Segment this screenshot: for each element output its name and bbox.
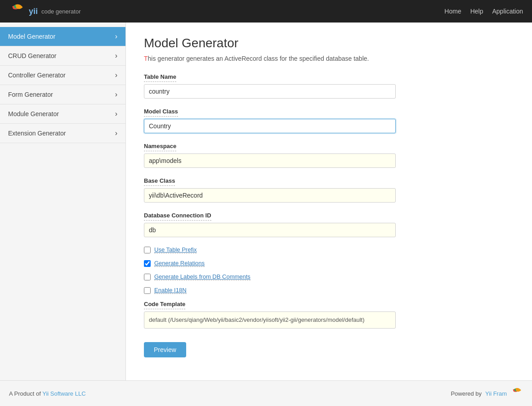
sidebar-item-form-generator[interactable]: Form Generator › xyxy=(0,85,125,104)
sidebar-item-extension-generator[interactable]: Extension Generator › xyxy=(0,124,125,143)
namespace-input[interactable] xyxy=(144,153,396,168)
generate-labels-group: Generate Labels from DB Comments xyxy=(144,273,514,280)
enable-i18n-label[interactable]: Enable I18N xyxy=(154,287,187,294)
db-connection-input[interactable] xyxy=(144,223,396,237)
sidebar-item-controller-generator[interactable]: Controller Generator › xyxy=(0,66,125,85)
sidebar: Model Generator › CRUD Generator › Contr… xyxy=(0,23,126,380)
nav-application[interactable]: Application xyxy=(492,8,523,15)
preview-button[interactable]: Preview xyxy=(144,342,186,357)
nav-links: Home Help Application xyxy=(444,8,523,15)
base-class-input[interactable] xyxy=(144,188,396,203)
sidebar-item-module-generator[interactable]: Module Generator › xyxy=(0,104,125,124)
chevron-right-icon: › xyxy=(115,52,117,60)
code-template-group: Code Template default (/Users/qiang/Web/… xyxy=(144,300,514,329)
model-class-group: Model Class xyxy=(144,108,514,133)
footer-left: A Product of Yii Software LLC xyxy=(9,390,86,397)
main-content: Model Generator This generator generates… xyxy=(126,23,532,380)
footer-right: Powered by Yii Fram xyxy=(451,387,523,400)
use-table-prefix-checkbox[interactable] xyxy=(144,247,151,253)
code-template-value: default (/Users/qiang/Web/yii/basic2/ven… xyxy=(144,311,396,329)
sidebar-item-model-generator[interactable]: Model Generator › xyxy=(0,27,125,46)
namespace-label: Namespace xyxy=(144,143,176,151)
yii-logo-icon xyxy=(9,3,25,19)
page-title: Model Generator xyxy=(144,36,514,50)
generate-relations-label[interactable]: Generate Relations xyxy=(154,260,205,267)
footer-right-link[interactable]: Yii Fram xyxy=(485,390,507,397)
db-connection-group: Database Connection ID xyxy=(144,212,514,237)
footer-yii-logo-icon xyxy=(510,387,523,400)
chevron-right-icon: › xyxy=(115,71,117,79)
footer: A Product of Yii Software LLC Powered by… xyxy=(0,380,532,406)
base-class-group: Base Class xyxy=(144,177,514,203)
footer-right-text: Powered by xyxy=(451,390,482,397)
navbar: yii code generator Home Help Application xyxy=(0,0,532,23)
model-class-label: Model Class xyxy=(144,108,178,117)
desc-rest: his generator generates an ActiveRecord … xyxy=(148,55,369,62)
use-table-prefix-group: Use Table Prefix xyxy=(144,246,514,253)
sidebar-item-label: Form Generator xyxy=(8,91,53,98)
sidebar-item-crud-generator[interactable]: CRUD Generator › xyxy=(0,46,125,66)
footer-left-link[interactable]: Yii Software LLC xyxy=(42,390,85,397)
sidebar-item-label: Controller Generator xyxy=(8,72,66,79)
chevron-right-icon: › xyxy=(115,110,117,118)
sidebar-item-label: Model Generator xyxy=(8,33,55,40)
code-template-label: Code Template xyxy=(144,301,185,309)
enable-i18n-checkbox[interactable] xyxy=(144,287,151,294)
brand-yii-text: yii xyxy=(29,7,38,16)
enable-i18n-group: Enable I18N xyxy=(144,287,514,294)
table-name-input[interactable] xyxy=(144,84,396,99)
generate-labels-label[interactable]: Generate Labels from DB Comments xyxy=(154,273,250,280)
chevron-right-icon: › xyxy=(115,32,117,41)
generate-relations-group: Generate Relations xyxy=(144,260,514,267)
main-wrapper: Model Generator › CRUD Generator › Contr… xyxy=(0,23,532,380)
chevron-right-icon: › xyxy=(115,90,117,99)
brand: yii code generator xyxy=(9,3,80,19)
brand-subtitle: code generator xyxy=(41,8,80,15)
db-connection-label: Database Connection ID xyxy=(144,212,211,221)
footer-left-text: A Product of xyxy=(9,390,42,397)
chevron-right-icon: › xyxy=(115,129,117,137)
sidebar-item-label: Extension Generator xyxy=(8,130,66,137)
sidebar-item-label: CRUD Generator xyxy=(8,52,56,59)
generate-labels-checkbox[interactable] xyxy=(144,274,151,280)
base-class-label: Base Class xyxy=(144,177,175,186)
nav-home[interactable]: Home xyxy=(444,8,461,15)
page-description: This generator generates an ActiveRecord… xyxy=(144,55,514,62)
nav-help[interactable]: Help xyxy=(470,8,483,15)
namespace-group: Namespace xyxy=(144,142,514,168)
use-table-prefix-label[interactable]: Use Table Prefix xyxy=(154,246,197,253)
sidebar-item-label: Module Generator xyxy=(8,110,59,117)
table-name-group: Table Name xyxy=(144,73,514,99)
model-class-input[interactable] xyxy=(144,119,396,133)
desc-highlight: T xyxy=(144,55,148,62)
table-name-label: Table Name xyxy=(144,73,176,82)
generate-relations-checkbox[interactable] xyxy=(144,260,151,267)
